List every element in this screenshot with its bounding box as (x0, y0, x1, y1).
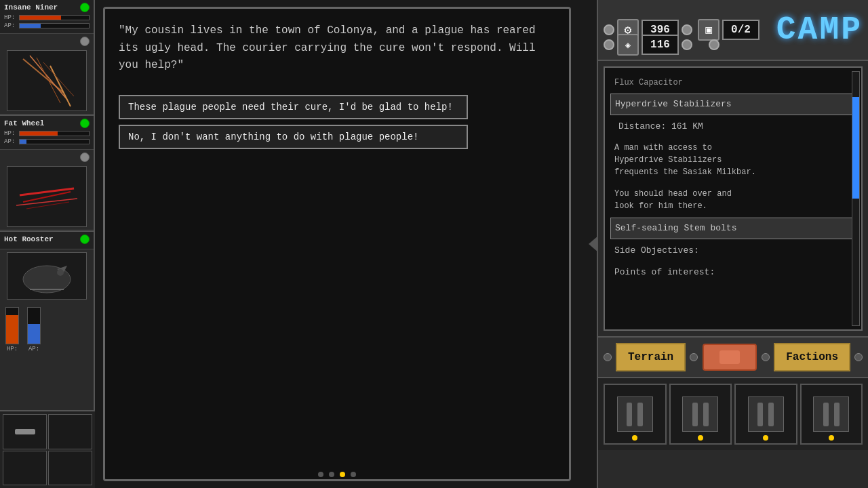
item-handle-3 (757, 403, 763, 426)
item-slot-2[interactable] (669, 384, 732, 445)
portrait-niner (7, 50, 87, 111)
terrain-btn-dot-left (604, 353, 612, 361)
item-dot-4 (829, 435, 834, 441)
svg-rect-0 (9, 52, 84, 110)
hp-fill-fatwheel (20, 131, 58, 136)
quest-panel: Flux Capacitor Hyperdrive Stabilizers Di… (604, 66, 863, 331)
inv-slot-2[interactable] (48, 414, 92, 449)
bottom-buttons: Terrain Factions (598, 336, 868, 378)
item-dot-2 (698, 435, 703, 441)
char-name-hotrooster: Hot Rooster (4, 235, 54, 243)
factions-btn-dot-left (762, 353, 770, 361)
camp-title: CAMP (776, 12, 863, 48)
nav-dot-1[interactable] (318, 472, 323, 477)
nav-dots (318, 472, 356, 477)
quest-item-fluxcap[interactable]: Flux Capacitor (610, 73, 856, 92)
inv-slot-1[interactable] (3, 414, 47, 449)
toggle-inner (719, 350, 740, 364)
inventory-area (0, 410, 95, 488)
quest-item-pointsofinterest: Points of interest: (610, 262, 856, 283)
hud-dot-3 (604, 39, 614, 50)
char-name-niner: Insane Niner (4, 3, 58, 12)
main-area: "My cousin lives in the town of Colonya,… (96, 0, 578, 488)
factions-button[interactable]: Factions (774, 343, 850, 371)
quest-item-sideobjectives: Side Objectives: (610, 241, 856, 261)
character-slot-fatwheel: Fat Wheel HP: AP: (0, 116, 94, 150)
item-handle-1 (627, 403, 632, 426)
item-handle-4 (823, 403, 829, 426)
right-panel: ⚙ 396 ▣ 0/2 CAMP ◈ 116 Flux Capacit (597, 0, 868, 488)
ap-vert-hotrooster: AP: (27, 307, 41, 352)
ap-fill-niner (20, 24, 41, 28)
ap-bar-fatwheel (19, 139, 90, 144)
quest-list: Flux Capacitor Hyperdrive Stabilizers Di… (605, 68, 861, 329)
item-handle-2 (692, 403, 698, 426)
inv-item-1 (15, 429, 35, 434)
quest-item-distance: Distance: 161 KM (610, 117, 856, 137)
svg-point-15 (57, 269, 64, 276)
ap-bar-niner (19, 23, 90, 28)
hud-dot-5 (709, 39, 719, 50)
quest-item-stembolts[interactable]: Self-sealing Stem bolts (610, 218, 856, 239)
item-handle-1b (637, 403, 643, 426)
char-name-fatwheel: Fat Wheel (4, 119, 44, 127)
top-hud: ⚙ 396 ▣ 0/2 CAMP ◈ 116 (598, 0, 868, 61)
hp-fill-niner (20, 16, 61, 20)
quest-scroll-thumb (852, 97, 859, 199)
hp-label-niner: HP: (4, 14, 18, 21)
hud-row2: ◈ 116 (604, 34, 719, 56)
panel-arrow (589, 236, 598, 252)
item-dot-3 (763, 435, 768, 441)
hp-bar-niner (19, 15, 90, 20)
status-dot-niner (80, 3, 90, 12)
status-dot-fatwheel (80, 119, 90, 128)
inv-slot-3[interactable] (3, 451, 47, 486)
item-grid (598, 378, 868, 450)
ap-label-niner: AP: (4, 22, 18, 29)
item-dot-1 (632, 435, 637, 441)
item-handle-2b (703, 403, 709, 426)
hp-vert-hotrooster: HP: (5, 307, 19, 352)
dialog-box: "My cousin lives in the town of Colonya,… (103, 7, 571, 481)
portrait-fatwheel (7, 166, 87, 227)
quest-scrollbar[interactable] (852, 71, 860, 326)
nav-dot-2[interactable] (329, 472, 334, 477)
nav-dot-4[interactable] (351, 472, 356, 477)
character-slot-niner: Insane Niner HP: AP: (0, 0, 94, 34)
ap-label-fatwheel: AP: (4, 138, 18, 145)
item-slot-4[interactable] (800, 384, 863, 445)
mini-dot-fatwheel (80, 152, 90, 162)
portrait-hotrooster (7, 252, 87, 300)
center-toggle[interactable] (702, 344, 757, 371)
nav-dot-3[interactable] (340, 472, 345, 477)
status-dot-hotrooster (80, 235, 90, 244)
resource3-icon: ◈ (625, 39, 631, 51)
terrain-button[interactable]: Terrain (616, 343, 686, 371)
terrain-btn-dot-right (690, 353, 698, 361)
quest-item-desc2: You should head over andlook for him the… (610, 185, 856, 215)
resource3-value: 116 (642, 35, 679, 55)
hud-icon-resource3: ◈ (617, 34, 639, 56)
item-handle-4b (834, 403, 840, 426)
character-slot-hotrooster: Hot Rooster (0, 232, 94, 249)
item-handle-3b (768, 403, 774, 426)
hud-dot-4 (682, 39, 692, 50)
dialog-choice-2[interactable]: No, I don't want anything to do with pla… (119, 125, 468, 149)
dialog-choice-1[interactable]: These plague people need their cure, I'd… (119, 95, 468, 119)
resource2-value: 0/2 (722, 20, 760, 40)
quest-item-desc1: A man with access toHyperdrive Stabilize… (610, 139, 856, 181)
mini-dot-niner (80, 37, 90, 46)
hp-bar-fatwheel (19, 131, 90, 136)
ap-fill-fatwheel (20, 140, 26, 144)
hotrooster-stats: HP: AP: (0, 302, 94, 358)
left-panel: Insane Niner HP: AP: (0, 0, 95, 488)
quest-item-hyperdrive[interactable]: Hyperdrive Stabilizers (610, 94, 856, 115)
toggle-graphic[interactable] (703, 344, 757, 371)
inv-slot-4[interactable] (48, 451, 92, 486)
item-slot-1[interactable] (604, 384, 667, 445)
item-slot-3[interactable] (734, 384, 797, 445)
factions-btn-dot-right (854, 353, 863, 361)
hp-label-fatwheel: HP: (4, 130, 18, 137)
dialog-text: "My cousin lives in the town of Colonya,… (119, 22, 555, 75)
